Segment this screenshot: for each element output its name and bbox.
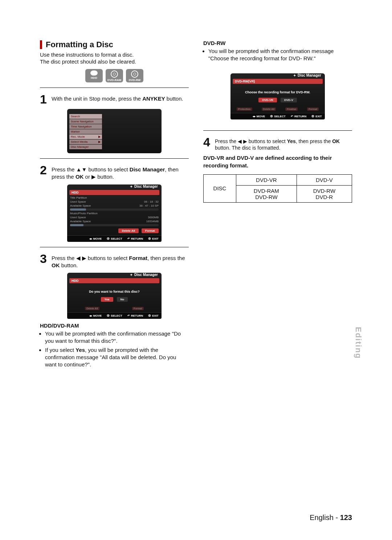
- row-label: DISC: [204, 174, 236, 202]
- key-label: SELECT: [274, 115, 286, 118]
- menu-label: Disc Manager: [71, 145, 89, 149]
- divider: [40, 247, 189, 247]
- move-icon: ◂▸: [253, 115, 256, 118]
- text-frag: or: [83, 174, 91, 180]
- key-label: EXIT: [152, 314, 159, 317]
- target-name: Disc Manager: [130, 166, 165, 172]
- section-title: Formatting a Disc: [46, 40, 113, 49]
- bullet-item: You will be prompted with the confirmati…: [208, 48, 352, 62]
- arrow-left-right-icon: ◀ ▶: [238, 138, 247, 144]
- exit-icon: ⦿: [148, 237, 151, 240]
- step-3: 3 Press the ◀ ▶ buttons to select Format…: [40, 252, 189, 269]
- ghost-button: Delete All: [85, 307, 99, 310]
- intro-line: Use these instructions to format a disc.: [40, 52, 189, 58]
- page-footer: English - 123: [310, 513, 352, 522]
- menu-label: Select Media: [71, 140, 87, 143]
- section-heading: Formatting a Disc: [40, 40, 189, 49]
- osd-panel: Disc Manager HDD Do you want to format t…: [67, 273, 162, 319]
- dvd-vr-button[interactable]: DVD-VR: [258, 98, 277, 102]
- ghost-button: Format: [307, 107, 319, 111]
- divider: [40, 158, 189, 159]
- chip-label: DVD-RW: [129, 78, 141, 82]
- select-icon: ⦿: [270, 115, 273, 118]
- divider: [40, 88, 189, 88]
- media-tab[interactable]: HDD: [69, 190, 159, 195]
- section-intro: Use these instructions to format a disc.…: [40, 52, 189, 65]
- ok-key: OK: [75, 174, 84, 180]
- key-label: MOVE: [93, 237, 102, 240]
- stat-row: Used Space3000MB: [67, 215, 162, 219]
- exit-icon: ⦿: [148, 314, 151, 317]
- left-column: Formatting a Disc Use these instructions…: [40, 40, 189, 370]
- menu-item[interactable]: Disc Manager: [69, 145, 102, 149]
- dialog-message: Choose the recording format for DVD-RW.: [230, 90, 325, 94]
- text-frag: Press the: [52, 166, 76, 172]
- usage-bar: [70, 224, 159, 226]
- key-label: RETURN: [131, 314, 143, 317]
- subsection-heading: DVD-RW: [203, 40, 352, 46]
- return-icon: ↶: [127, 237, 130, 240]
- supported-disc-icons: HDD DVD-RAM DVD-RW: [40, 69, 189, 82]
- disabled-actions: Delete All Format: [67, 305, 162, 310]
- media-tab[interactable]: HDD: [69, 278, 159, 283]
- move-icon: ◂▸: [89, 314, 92, 317]
- osd-screenshot-choose-format: Disc Manager DVD-RW(VR) Choose the recor…: [230, 73, 325, 119]
- usage-fill: [70, 224, 83, 226]
- yes-word: Yes: [287, 138, 296, 144]
- cell-val: DVD-RW: [255, 194, 277, 200]
- osd-panel: Disc Manager DVD-RW(VR) Choose the recor…: [230, 73, 325, 119]
- disc-shape-icon: [131, 70, 138, 78]
- text-frag: button.: [96, 174, 114, 180]
- dialog-buttons: DVD-VR DVD-V: [230, 98, 325, 102]
- ok-key: OK: [332, 138, 340, 144]
- delete-all-button[interactable]: Delete All: [118, 228, 139, 233]
- no-button[interactable]: No: [117, 297, 128, 302]
- menu-item[interactable]: Marker: [69, 129, 102, 134]
- partition-label: Music/Photo Partition: [67, 211, 162, 215]
- key-label: EXIT: [152, 237, 159, 240]
- subsection-heading: HDD/DVD-RAM: [40, 322, 189, 329]
- footer-lang: English -: [310, 513, 340, 521]
- table-row: DISC DVD-VR DVD-V: [204, 174, 352, 185]
- right-column: DVD-RW You will be prompted with the con…: [203, 40, 352, 370]
- osd-title: Disc Manager: [67, 184, 162, 188]
- partition-label: Title Partition: [67, 196, 162, 200]
- text-frag: button.: [165, 96, 183, 102]
- menu-item[interactable]: Select Media▶: [69, 139, 102, 144]
- format-button[interactable]: Format: [142, 228, 159, 233]
- text-frag: button.: [60, 262, 78, 268]
- menu-label: Scene Navigation: [71, 120, 94, 123]
- bullet-list: You will be prompted with the confirmati…: [208, 48, 352, 62]
- key-label: MOVE: [93, 314, 102, 317]
- osd-screenshot-format-confirm: Disc Manager HDD Do you want to format t…: [67, 273, 162, 319]
- text-frag: Press the: [52, 255, 76, 261]
- key-label: RETURN: [294, 115, 306, 118]
- format-note: DVD-VR and DVD-V are defined according t…: [203, 154, 352, 169]
- key-guide: ◂▸MOVE ⦿SELECT ↶RETURN ⦿EXIT: [67, 235, 162, 242]
- key-label: MOVE: [257, 115, 265, 118]
- text-frag: buttons to select: [247, 138, 287, 144]
- media-tab[interactable]: DVD-RW(VR): [233, 79, 323, 84]
- menu-item[interactable]: Rec. Mode▶: [69, 134, 102, 139]
- usage-fill: [70, 208, 86, 211]
- step-2: 2 Press the ▲▼ buttons to select Disc Ma…: [40, 164, 189, 181]
- table-cell: DVD-VR: [236, 174, 297, 185]
- osd-panel: Search Scene Navigation Time Navigation …: [67, 109, 162, 153]
- ghost-button: Delete All: [262, 107, 276, 111]
- menu-item[interactable]: Scene Navigation: [69, 119, 102, 124]
- exit-icon: ⦿: [311, 115, 314, 118]
- dvd-v-button[interactable]: DVD-V: [281, 98, 297, 102]
- menu-item[interactable]: Time Navigation: [69, 124, 102, 129]
- yes-button[interactable]: Yes: [101, 297, 113, 302]
- chip-label: HDD: [91, 76, 97, 80]
- disabled-actions: Protection Delete All Finalise Format: [230, 106, 325, 111]
- osd-panel: Disc Manager HDD Title Partition Used Sp…: [67, 184, 162, 242]
- chip-label: DVD-RAM: [107, 78, 121, 82]
- key-guide: ◂▸MOVE ⦿SELECT ↶RETURN ⦿EXIT: [230, 113, 325, 119]
- text-frag: buttons to select: [87, 166, 130, 172]
- key-guide: ◂▸MOVE ⦿SELECT ↶RETURN ⦿EXIT: [67, 312, 162, 319]
- cell-val: DVD-RAM: [254, 188, 279, 194]
- menu-item[interactable]: Search: [69, 114, 102, 119]
- text-frag: , then press the: [296, 138, 332, 144]
- step-text: Press the ▲▼ buttons to select Disc Mana…: [52, 164, 189, 181]
